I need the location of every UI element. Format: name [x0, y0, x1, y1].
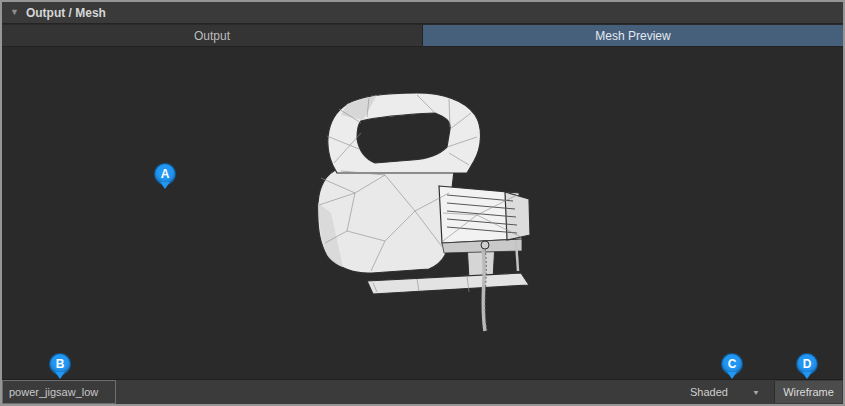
annotation-badge-c: C: [722, 354, 742, 374]
shading-mode-value: Shaded: [690, 386, 728, 398]
tab-mesh-preview[interactable]: Mesh Preview: [423, 25, 843, 46]
tab-bar: Output Mesh Preview: [2, 25, 843, 47]
jigsaw-mesh-wireframe: [317, 93, 542, 343]
dropdown-arrow-icon: ▼: [752, 388, 760, 396]
foldout-triangle-icon[interactable]: ▼: [10, 8, 19, 17]
panel-title: Output / Mesh: [26, 6, 106, 20]
shading-mode-dropdown[interactable]: Shaded ▼: [683, 382, 767, 402]
annotation-badge-a: A: [155, 164, 175, 184]
preview-status-bar: power_jigsaw_low Shaded ▼ Wireframe: [2, 379, 843, 404]
panel-header: ▼ Output / Mesh: [2, 2, 843, 24]
annotation-badge-b: B: [50, 354, 70, 374]
wireframe-toggle[interactable]: Wireframe: [774, 381, 842, 403]
output-mesh-panel: ▼ Output / Mesh Output Mesh Preview: [0, 0, 845, 406]
tab-output[interactable]: Output: [2, 25, 423, 46]
mesh-preview-canvas[interactable]: [2, 48, 843, 379]
annotation-badge-d: D: [797, 354, 817, 374]
mesh-name-label: power_jigsaw_low: [2, 380, 116, 404]
